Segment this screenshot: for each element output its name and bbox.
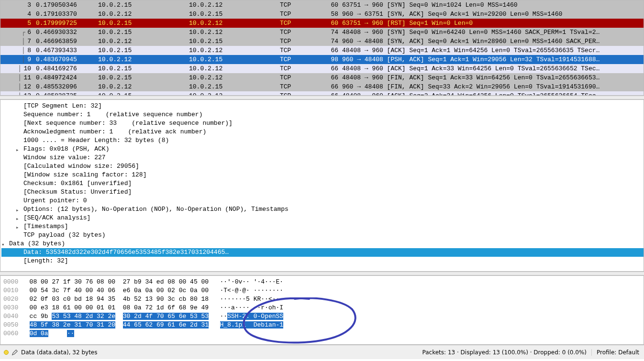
hex-line[interactable]: 0020 02 0f 03 c0 bd 18 94 35 4b 52 13 90… (3, 295, 641, 304)
expert-info-icon[interactable] (4, 350, 9, 355)
packet-row[interactable]: │80.46739343310.0.2.1510.0.2.12TCP66 484… (0, 46, 644, 55)
packet-row[interactable]: │70.46696385910.0.2.1210.0.2.15TCP74 960… (0, 37, 644, 46)
status-profile[interactable]: Profile: Default (591, 349, 644, 356)
pane-splitter-1[interactable] (0, 96, 644, 99)
detail-line[interactable]: ▸Flags: 0x018 (PSH, ACK) (1, 145, 644, 153)
packet-row[interactable]: │90.48367094510.0.2.1210.0.2.15TCP98 960… (0, 55, 644, 64)
detail-line[interactable]: TCP payload (32 bytes) (1, 231, 644, 240)
pane-splitter-2[interactable] (0, 272, 644, 275)
detail-line[interactable]: Data: 5353482d322e302d4f70656e5353485f38… (1, 248, 644, 257)
status-field-info: Data (data.data), 32 bytes (21, 349, 97, 356)
detail-line[interactable]: ▸[SEQ/ACK analysis] (1, 214, 644, 222)
detail-line[interactable]: Urgent pointer: 0 (1, 197, 644, 205)
packet-row[interactable]: 40.17910337010.0.2.1210.0.2.15TCP58 960 … (0, 10, 644, 19)
packet-row[interactable]: │120.48553209610.0.2.1210.0.2.15TCP66 96… (0, 82, 644, 91)
packet-row[interactable]: │100.48416927610.0.2.1510.0.2.12TCP66 48… (0, 64, 644, 73)
packet-row[interactable]: ┌60.46693033210.0.2.1510.0.2.12TCP74 484… (0, 28, 644, 37)
detail-line[interactable]: Acknowledgment number: 1 (relative ack n… (1, 128, 644, 136)
hex-line[interactable]: 0030 00 e3 18 61 00 00 01 01 08 0a 72 1d… (3, 304, 641, 312)
hex-dump-pane[interactable]: 0000 08 00 27 1f 30 76 08 00 27 b9 34 ed… (0, 275, 644, 345)
detail-line[interactable]: Sequence number: 1 (relative sequence nu… (1, 110, 644, 119)
packet-details-pane[interactable]: [TCP Segment Len: 32]Sequence number: 1 … (0, 99, 644, 272)
detail-line[interactable]: [Next sequence number: 33 (relative sequ… (1, 119, 644, 128)
detail-line[interactable]: ▸[Timestamps] (1, 222, 644, 231)
detail-line[interactable]: Checksum: 0x1861 [unverified] (1, 179, 644, 188)
packet-row[interactable]: │110.48497242410.0.2.1510.0.2.12TCP66 48… (0, 73, 644, 82)
hex-line[interactable]: 0060 0d 0a ·· (3, 329, 641, 338)
status-packet-counts: Packets: 13 · Displayed: 13 (100.0%) · D… (418, 349, 591, 356)
packet-row[interactable]: 50.17999972510.0.2.1510.0.2.12TCP60 6375… (0, 19, 644, 28)
hex-line[interactable]: 0040 cc 9b 53 53 48 2d 32 2e 30 2d 4f 70… (3, 312, 641, 321)
detail-line[interactable]: [Window size scaling factor: 128] (1, 171, 644, 179)
detail-line[interactable]: [TCP Segment Len: 32] (1, 102, 644, 110)
hex-line[interactable]: 0010 00 54 3c 7f 40 00 40 06 e6 0a 0a 00… (3, 286, 641, 295)
hex-line[interactable]: 0000 08 00 27 1f 30 76 08 00 27 b9 34 ed… (3, 278, 641, 286)
status-bar: Data (data.data), 32 bytes Packets: 13 ·… (0, 345, 644, 359)
detail-line[interactable]: ▸Options: (12 bytes), No-Operation (NOP)… (1, 205, 644, 214)
packet-row[interactable]: └130.48583872510.0.2.1510.0.2.12TCP66 48… (0, 91, 644, 96)
hex-line[interactable]: 0050 48 5f 38 2e 31 70 31 20 44 65 62 69… (3, 321, 641, 329)
detail-line[interactable]: [Checksum Status: Unverified] (1, 188, 644, 197)
detail-line[interactable]: Window size value: 227 (1, 153, 644, 162)
packet-list-pane[interactable]: 30.17905034610.0.2.1510.0.2.12TCP60 6375… (0, 0, 644, 96)
packet-row[interactable]: 30.17905034610.0.2.1510.0.2.12TCP60 6375… (0, 0, 644, 10)
detail-line[interactable]: ▾Data (32 bytes) (1, 240, 644, 248)
detail-line[interactable]: [Length: 32] (1, 257, 644, 265)
detail-line[interactable]: [Calculated window size: 29056] (1, 162, 644, 171)
detail-line[interactable]: 1000 .... = Header Length: 32 bytes (8) (1, 136, 644, 145)
edit-icon[interactable] (11, 349, 18, 356)
